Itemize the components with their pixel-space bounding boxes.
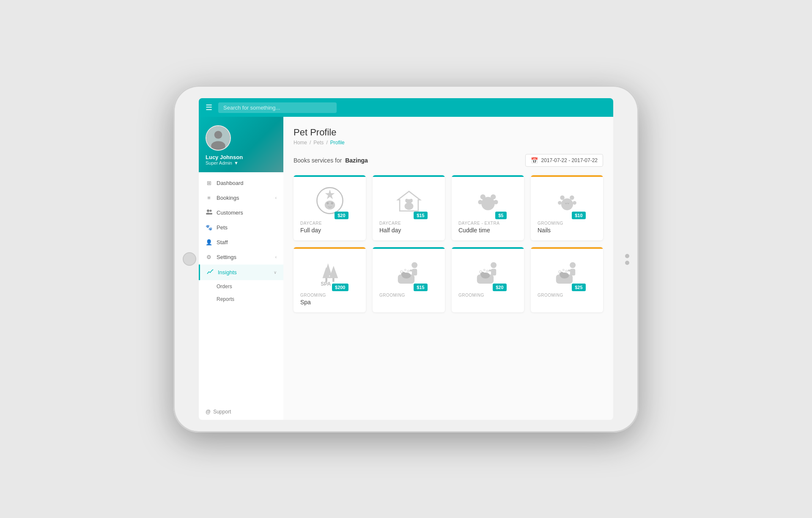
card-icon-area: $15 [392,256,426,289]
page-title: Pet Profile [294,127,603,138]
avatar-image [206,126,230,150]
svg-marker-8 [325,190,335,199]
sidebar-item-settings[interactable]: ⚙ Settings ‹ [199,250,283,265]
sidebar-sub-item-orders[interactable]: Orders [199,280,283,293]
svg-point-48 [479,271,481,273]
svg-rect-44 [488,270,492,271]
breadcrumb: Home / Pets / Profile [294,140,603,146]
chevron-right-icon-settings: ‹ [275,255,277,259]
sidebar-item-dashboard[interactable]: ⊞ Dashboard [199,176,283,190]
chevron-right-icon: ‹ [275,196,277,200]
svg-point-21 [494,200,498,204]
card-body: $15 Grooming [373,249,445,306]
svg-point-51 [570,262,576,268]
service-card-grooming-1[interactable]: $15 Grooming [373,247,445,312]
svg-rect-53 [568,270,571,271]
screen: ☰ Lucy Jo [199,98,613,420]
svg-point-3 [207,209,209,212]
service-card-full-day[interactable]: $20 DayCare Full day [294,175,366,240]
card-body: $20 DayCare Full day [294,177,366,240]
insights-icon [207,269,214,276]
page-content: Pet Profile Home / Pets / Profile Books … [283,117,613,420]
support-icon: @ [206,409,211,415]
date-picker[interactable]: 📅 2017-07-22 - 2017-07-22 [525,154,603,167]
svg-point-24 [570,196,574,200]
card-icon-area: SPA $200 [313,256,347,289]
service-card-grooming-3[interactable]: $25 Grooming [531,247,603,312]
svg-point-1 [214,131,222,139]
svg-point-20 [478,200,483,204]
card-price: $15 [414,284,427,291]
dashboard-icon: ⊞ [206,180,212,186]
sidebar-item-insights[interactable]: Insights ∨ [199,265,283,280]
card-category: Grooming [300,293,326,298]
svg-point-56 [559,272,564,276]
pet-name: Bazinga [345,157,368,164]
sidebar-item-pets[interactable]: 🐾 Pets [199,220,283,235]
svg-point-50 [486,270,488,272]
service-card-grooming-2[interactable]: $20 Grooming [452,247,524,312]
service-card-spa[interactable]: SPA $200 Grooming Spa [294,247,366,312]
search-input[interactable] [218,102,337,113]
card-price: $20 [493,284,506,291]
card-body: $5 DayCare - extra Cuddle time [452,177,524,240]
svg-point-42 [491,262,497,268]
user-role[interactable]: Super Admin ▼ [206,160,277,165]
svg-point-23 [560,196,565,200]
svg-point-49 [483,269,485,271]
svg-rect-31 [332,278,334,282]
svg-point-4 [206,213,210,215]
card-price: $5 [495,212,506,219]
svg-point-38 [401,272,406,276]
svg-point-2 [211,141,225,150]
card-price: $20 [335,212,348,219]
svg-point-22 [561,198,573,210]
sidebar-item-staff[interactable]: 👤 Staff [199,235,283,250]
svg-point-40 [404,269,406,271]
service-card-half-day[interactable]: $15 DayCare Half day [373,175,445,240]
svg-point-41 [407,270,409,272]
card-icon-area: $20 [471,256,505,289]
svg-point-16 [409,199,412,203]
card-price: $25 [572,284,585,291]
card-icon-area: $10 [550,184,584,218]
card-price: $15 [414,212,427,219]
sidebar: Lucy Johnson Super Admin ▼ ⊞ Dashboard ≡… [199,117,283,420]
support-link[interactable]: @ Support [199,404,283,420]
card-name: Full day [300,227,321,234]
service-card-nails[interactable]: $10 Grooming Nails [531,175,603,240]
svg-point-18 [480,194,485,199]
sidebar-item-customers[interactable]: Customers [199,205,283,220]
nav-section: ⊞ Dashboard ≡ Bookings ‹ [199,172,283,404]
svg-point-6 [210,213,213,215]
card-name: Nails [538,227,551,234]
svg-point-39 [400,271,402,273]
cards-grid: $20 DayCare Full day [294,175,603,312]
card-category: Grooming [379,293,405,298]
card-category: Grooming [458,293,484,298]
card-name: Half day [379,227,401,234]
svg-point-59 [565,270,567,272]
card-category: DayCare [300,221,322,226]
card-body: $10 Grooming Nails [531,177,603,240]
bookings-icon: ≡ [206,195,212,201]
card-category: Grooming [538,293,563,298]
customers-icon [206,209,212,216]
svg-rect-35 [409,270,413,271]
menu-icon[interactable]: ☰ [206,103,212,112]
card-category: Grooming [538,221,563,226]
card-icon-area: $15 [392,184,426,218]
chevron-down-icon-insights: ∨ [274,270,277,275]
card-body: $15 DayCare Half day [373,177,445,240]
filter-bar: Books services for Bazinga 📅 2017-07-22 … [294,154,603,167]
card-price: $200 [332,284,348,291]
svg-point-57 [558,271,560,273]
pets-icon: 🐾 [206,224,212,231]
sidebar-item-bookings[interactable]: ≡ Bookings ‹ [199,190,283,205]
settings-icon: ⚙ [206,254,212,260]
topbar: ☰ [199,98,613,117]
service-card-cuddle-time[interactable]: $5 DayCare - extra Cuddle time [452,175,524,240]
svg-point-33 [411,262,417,268]
card-icon-area: $25 [550,256,584,289]
sidebar-sub-item-reports[interactable]: Reports [199,293,283,306]
